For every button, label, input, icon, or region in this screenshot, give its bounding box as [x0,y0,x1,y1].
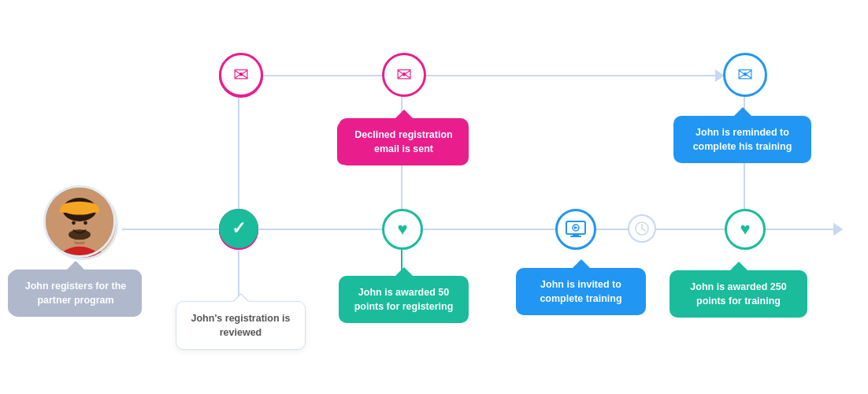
reminder-label: John is reminded to complete his trainin… [673,116,811,163]
declined-email-icon-node: ✉ [219,53,263,97]
email-icon-2: ✉ [396,64,412,86]
award-50-label: John is awarded 50 points for registerin… [339,276,469,323]
clock-icon [634,221,650,236]
arrow-up-reminder [734,107,751,116]
avatar-to-line [122,229,221,230]
arrow-up-review-inner [233,295,249,303]
check-icon: ✓ [232,218,246,239]
arrow-up-register [67,261,84,269]
training-node [555,209,596,250]
svg-rect-20 [60,209,99,213]
arrow-up-award250 [730,262,747,270]
invite-training-label: John is invited to complete training [516,268,646,315]
email-icon-1: ✉ [233,64,249,86]
clock-node [628,214,656,243]
declined-email-node-2: ✉ [382,53,426,97]
training-screen-icon [566,221,586,238]
register-label: John registers for the partner program [9,269,142,317]
arrow-up-invite [573,259,590,268]
svg-rect-23 [570,236,581,237]
svg-point-16 [72,221,76,225]
review-label: John's registration is reviewed [176,301,306,350]
reminder-email-node: ✉ [723,53,767,97]
arrow-up-award50 [395,267,413,276]
heart-node-2: ♥ [725,209,766,250]
svg-point-15 [69,229,91,240]
declined-email-label: Declined registration email is sent [339,118,469,165]
award-250-label: John is awarded 250 points for training [670,270,807,318]
top-hline-left [239,75,402,76]
svg-point-17 [83,221,87,225]
main-arrow [833,223,843,236]
avatar [43,185,116,258]
top-h-line [402,75,752,76]
email-icon-3: ✉ [737,64,753,86]
heart-icon-2: ♥ [740,219,750,240]
check-node: ✓ [219,209,258,248]
arrow-up-declined [395,110,413,118]
vline-up-1 [238,75,239,229]
heart-icon-1: ♥ [397,219,407,240]
svg-line-27 [642,229,645,231]
heart-node-1: ♥ [382,209,423,250]
